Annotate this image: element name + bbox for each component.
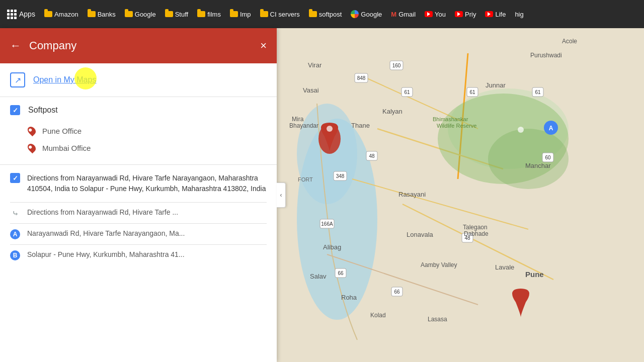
google-icon: [351, 10, 359, 18]
svg-text:60: 60: [545, 155, 551, 160]
youtube-icon: [425, 11, 433, 17]
svg-text:61: 61: [535, 89, 541, 95]
browser-toolbar: Apps Amazon Banks Google Stuff films Imp…: [0, 0, 644, 28]
directions-a-item[interactable]: A Narayanwadi Rd, Hivare Tarfe Narayanga…: [10, 223, 267, 244]
bookmark-label: Imp: [240, 11, 251, 18]
bookmark-label: Banks: [98, 11, 116, 18]
apps-button[interactable]: Apps: [4, 8, 38, 21]
svg-text:Wildlife Reserve: Wildlife Reserve: [437, 123, 476, 129]
svg-text:Salav: Salav: [310, 273, 327, 280]
bookmark-label: Stuff: [175, 11, 189, 18]
folder-icon: [230, 11, 238, 17]
svg-text:66: 66: [338, 270, 344, 276]
open-mymaps-link[interactable]: Open in My Maps: [33, 75, 96, 84]
bookmark-ci[interactable]: CI servers: [257, 9, 303, 20]
bookmark-imp[interactable]: Imp: [227, 9, 254, 20]
svg-text:Manchar: Manchar: [525, 162, 551, 169]
map-area[interactable]: 848 160 61 61 61 48 48 348 166A 66: [277, 28, 644, 362]
bookmark-softpost[interactable]: softpost: [306, 9, 345, 20]
svg-text:Alibag: Alibag: [323, 243, 341, 251]
svg-text:Dabhade: Dabhade: [464, 230, 489, 237]
svg-text:348: 348: [336, 173, 345, 179]
directions-b-item[interactable]: B Solapur - Pune Hwy, Kurkumbh, Maharash…: [10, 244, 267, 265]
svg-point-11: [488, 129, 569, 189]
bookmark-label: Priy: [465, 11, 476, 18]
bookmark-banks[interactable]: Banks: [85, 9, 119, 20]
bookmark-films[interactable]: films: [194, 9, 224, 20]
bookmark-stuff[interactable]: Stuff: [162, 9, 192, 20]
svg-text:Pune: Pune: [525, 270, 544, 279]
bookmark-life[interactable]: Life: [482, 9, 509, 20]
svg-text:61: 61: [404, 89, 410, 95]
directions-a-text: Narayanwadi Rd, Hivare Tarfe Narayangaon…: [27, 229, 185, 239]
collapse-panel-button[interactable]: ‹: [277, 183, 286, 208]
svg-text:166A: 166A: [321, 221, 333, 227]
directions-checkbox[interactable]: [10, 173, 20, 183]
softpost-checkbox[interactable]: [10, 105, 20, 115]
bookmark-label: Gmail: [398, 11, 416, 18]
panel-body: Open in My Maps Softpost Pune Office Mum…: [0, 63, 277, 362]
bookmark-google[interactable]: Google: [122, 9, 159, 20]
back-button[interactable]: ←: [10, 39, 21, 52]
directions-text: Directions from Narayanwadi Rd, Hivare T…: [27, 173, 267, 194]
svg-point-63: [327, 126, 333, 132]
svg-text:Vasai: Vasai: [303, 86, 319, 94]
apps-label: Apps: [19, 10, 35, 18]
svg-text:Virar: Virar: [308, 61, 322, 69]
svg-text:Thane: Thane: [351, 122, 370, 129]
bookmark-hig[interactable]: hig: [512, 9, 526, 20]
svg-text:Talegaon: Talegaon: [463, 224, 488, 231]
softpost-name: Softpost: [28, 106, 58, 115]
softpost-section: Softpost Pune Office Mumbai Office: [0, 97, 277, 165]
directions-b-text: Solapur - Pune Hwy, Kurkumbh, Maharashtr…: [27, 250, 185, 260]
svg-text:Purushwadi: Purushwadi: [530, 52, 562, 59]
close-button[interactable]: ×: [260, 39, 267, 52]
folder-icon: [309, 11, 317, 17]
main-content: ← Company × Open in My Maps Softpost P: [0, 28, 644, 362]
bookmark-label: Amazon: [54, 11, 78, 18]
map-background: 848 160 61 61 61 48 48 348 166A 66: [277, 28, 644, 362]
bookmark-gmail[interactable]: M Gmail: [388, 9, 419, 20]
folder-icon: [197, 11, 205, 17]
bookmark-label: films: [207, 11, 221, 18]
route-icon: ⤷: [10, 208, 20, 218]
bookmark-you[interactable]: You: [422, 9, 449, 20]
folder-icon: [260, 11, 268, 17]
bookmark-label: Google: [135, 11, 156, 18]
directions-route-item[interactable]: ⤷ Directions from Narayanwadi Rd, Hivare…: [10, 202, 267, 223]
svg-text:Junnar: Junnar: [486, 81, 506, 89]
bookmark-label: Life: [495, 11, 506, 18]
svg-text:Kolad: Kolad: [370, 312, 386, 319]
svg-point-2: [297, 104, 357, 204]
bookmark-label: CI servers: [270, 11, 300, 18]
panel-header: ← Company ×: [0, 28, 277, 63]
svg-text:160: 160: [392, 63, 401, 68]
svg-text:FORT: FORT: [298, 176, 313, 183]
svg-text:Roha: Roha: [341, 294, 357, 301]
bookmark-google2[interactable]: Google: [348, 9, 385, 20]
directions-section: Directions from Narayanwadi Rd, Hivare T…: [0, 165, 277, 274]
folder-icon: [88, 11, 96, 17]
youtube-icon: [455, 11, 463, 17]
svg-text:Kalyan: Kalyan: [382, 108, 403, 115]
bookmark-amazon[interactable]: Amazon: [41, 9, 82, 20]
point-a-icon: A: [10, 229, 20, 239]
location-pin-icon: [26, 125, 38, 137]
svg-text:848: 848: [357, 75, 366, 81]
svg-text:Aamby Valley: Aamby Valley: [421, 261, 457, 268]
location-pin-icon: [26, 142, 38, 154]
directions-route-text: Directions from Narayanwadi Rd, Hivare T…: [27, 208, 178, 218]
folder-icon: [165, 11, 173, 17]
bookmark-label: softpost: [319, 11, 342, 18]
bookmark-priy[interactable]: Priy: [452, 9, 479, 20]
left-panel: ← Company × Open in My Maps Softpost P: [0, 28, 277, 362]
svg-text:48: 48: [369, 153, 375, 159]
svg-text:Lonavala: Lonavala: [407, 231, 434, 238]
open-mymaps-row[interactable]: Open in My Maps: [0, 63, 277, 97]
directions-sub-items: ⤷ Directions from Narayanwadi Rd, Hivare…: [10, 202, 267, 265]
svg-text:Mira: Mira: [292, 116, 304, 123]
gmail-icon: M: [391, 11, 396, 18]
pune-office-item[interactable]: Pune Office: [10, 122, 267, 139]
mumbai-office-item[interactable]: Mumbai Office: [10, 139, 267, 156]
svg-text:66: 66: [394, 289, 400, 295]
